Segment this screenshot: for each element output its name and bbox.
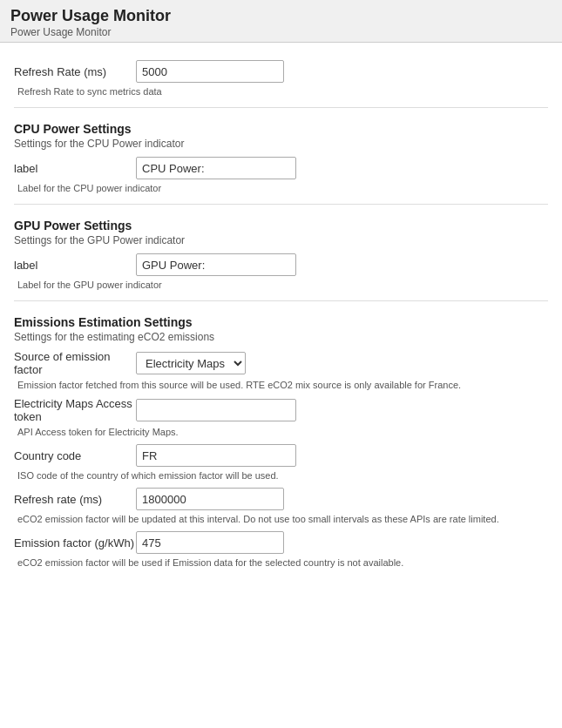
token-row: Electricity Maps Access token — [14, 397, 548, 423]
refresh-rate-row: Refresh Rate (ms) ▲ ▼ — [14, 60, 548, 83]
refresh-rate-label: Refresh Rate (ms) — [14, 65, 136, 78]
refresh-rate-ms-desc: eCO2 emission factor will be updated at … — [17, 514, 548, 524]
source-desc: Emission factor fetched from this source… — [17, 380, 548, 390]
source-row: Source of emission factor Electricity Ma… — [14, 350, 548, 376]
emissions-section-desc: Settings for the estimating eCO2 emissio… — [14, 331, 548, 343]
refresh-rate-ms-spinner[interactable]: ▲ ▼ — [136, 488, 284, 510]
cpu-label-field-label: label — [14, 162, 136, 175]
cpu-section-desc: Settings for the CPU Power indicator — [14, 138, 548, 150]
cpu-label-desc: Label for the CPU power indicator — [17, 183, 548, 193]
country-row: Country code — [14, 444, 548, 467]
gpu-label-desc: Label for the GPU power indicator — [17, 280, 548, 290]
country-desc: ISO code of the country of which emissio… — [17, 470, 548, 481]
page-subtitle: Power Usage Monitor — [10, 26, 111, 38]
emission-factor-row: Emission factor (g/kWh) ▲ ▼ — [14, 531, 548, 554]
emission-factor-desc: eCO2 emission factor will be used if Emi… — [17, 557, 548, 568]
token-desc: API Access token for Electricity Maps. — [17, 427, 548, 437]
emission-factor-label: Emission factor (g/kWh) — [14, 536, 136, 549]
divider-3 — [14, 300, 548, 301]
gpu-section-title: GPU Power Settings — [14, 219, 548, 233]
gpu-section-desc: Settings for the GPU Power indicator — [14, 234, 548, 246]
refresh-rate-ms-row: Refresh rate (ms) ▲ ▼ — [14, 488, 548, 510]
emission-factor-input[interactable] — [137, 532, 284, 553]
refresh-rate-spinner[interactable]: ▲ ▼ — [136, 60, 284, 83]
source-select[interactable]: Electricity Maps RTE eCO2 Mix — [136, 352, 246, 374]
cpu-label-row: label — [14, 157, 548, 179]
token-input[interactable] — [136, 399, 296, 421]
gpu-label-field-label: label — [14, 259, 136, 272]
cpu-section-title: CPU Power Settings — [14, 122, 548, 136]
country-input[interactable] — [136, 444, 296, 467]
refresh-rate-input[interactable] — [137, 61, 284, 82]
emission-factor-spinner[interactable]: ▲ ▼ — [136, 531, 284, 554]
refresh-rate-desc: Refresh Rate to sync metrics data — [17, 86, 548, 97]
gpu-label-input[interactable] — [136, 253, 296, 276]
divider-2 — [14, 204, 548, 205]
token-label: Electricity Maps Access token — [14, 397, 136, 423]
source-label: Source of emission factor — [14, 350, 136, 376]
page-title: Power Usage Monitor — [10, 7, 552, 25]
page-header: Power Usage Monitor Power Usage Monitor — [0, 0, 562, 43]
divider-1 — [14, 107, 548, 108]
gpu-label-row: label — [14, 253, 548, 276]
emissions-section-title: Emissions Estimation Settings — [14, 315, 548, 329]
content-area: Refresh Rate (ms) ▲ ▼ Refresh Rate to sy… — [0, 43, 562, 583]
refresh-rate-ms-label: Refresh rate (ms) — [14, 493, 136, 506]
cpu-label-input[interactable] — [136, 157, 296, 179]
country-label: Country code — [14, 449, 136, 462]
refresh-rate-ms-input[interactable] — [137, 489, 284, 509]
